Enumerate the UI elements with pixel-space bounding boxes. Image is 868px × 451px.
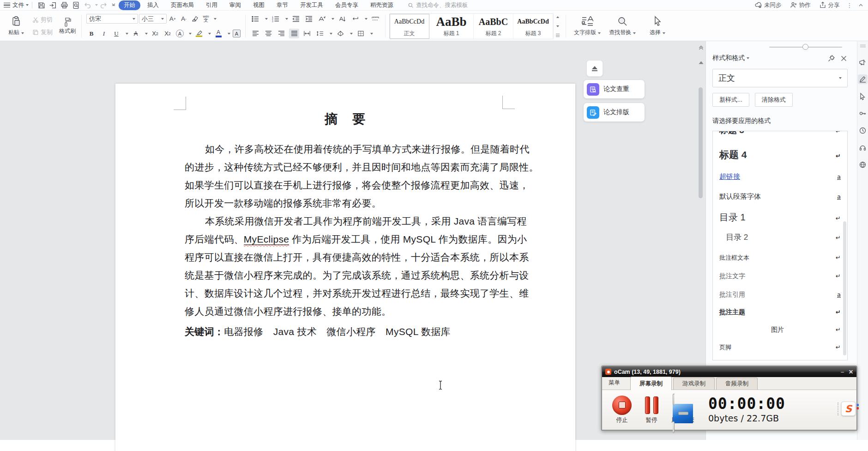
style-heading3[interactable]: AaBbCcDd 标题 3 bbox=[513, 14, 553, 39]
bullet-list-button[interactable] bbox=[250, 14, 260, 24]
save-icon[interactable] bbox=[37, 1, 45, 9]
format-painter-button[interactable]: 格式刷 bbox=[59, 27, 76, 35]
style-item-heading4[interactable]: 标题 4↵ bbox=[719, 148, 841, 161]
tab-references[interactable]: 引用 bbox=[201, 0, 223, 10]
style-item-balloon-text[interactable]: 批注框文本↵ bbox=[719, 254, 841, 262]
style-item-toc1[interactable]: 目录 1↵ bbox=[719, 211, 841, 224]
line-spacing-button[interactable] bbox=[315, 29, 325, 38]
pinyin-caret-icon[interactable] bbox=[214, 18, 217, 20]
panel-grip-icon[interactable] bbox=[860, 45, 866, 47]
ocam-tab-game-record[interactable]: 游戏录制 bbox=[673, 378, 715, 390]
quick-edit-icon[interactable] bbox=[858, 74, 868, 84]
current-style-select[interactable]: 正文 bbox=[712, 69, 848, 87]
sogou-ime-bar[interactable]: S bbox=[838, 402, 859, 416]
undo-icon[interactable] bbox=[84, 1, 91, 9]
ocam-minimize-button[interactable]: – bbox=[841, 369, 844, 375]
undo-caret-icon[interactable] bbox=[95, 4, 98, 6]
select-tool-icon[interactable] bbox=[859, 92, 867, 100]
pinyin-guide-button[interactable]: wén 文 bbox=[201, 14, 211, 24]
font-size-select[interactable]: 小三 bbox=[139, 14, 167, 24]
align-left-button[interactable] bbox=[250, 29, 260, 38]
subscript-button[interactable]: X2 bbox=[163, 29, 173, 38]
clear-format-button[interactable]: 清除格式 bbox=[755, 93, 793, 107]
ocam-menu[interactable]: 菜单 bbox=[609, 379, 620, 390]
shrink-font-button[interactable]: A- bbox=[179, 14, 189, 24]
paper-check-button[interactable]: 论文查重 bbox=[584, 80, 645, 98]
style-item-comment-text[interactable]: 批注文字↵ bbox=[719, 272, 841, 280]
gallery-down-icon[interactable] bbox=[555, 24, 561, 29]
text-direction-caret-icon[interactable] bbox=[332, 18, 334, 20]
numbered-list-button[interactable]: 123 bbox=[271, 14, 281, 24]
numbered-caret-icon[interactable] bbox=[285, 18, 288, 20]
justify-button[interactable] bbox=[289, 29, 299, 38]
previous-page-icon[interactable] bbox=[698, 45, 704, 50]
shading-caret-icon[interactable] bbox=[350, 33, 353, 35]
style-heading1[interactable]: AaBb 标题 1 bbox=[429, 14, 474, 39]
distribute-button[interactable] bbox=[302, 29, 312, 38]
gallery-more-icon[interactable] bbox=[555, 33, 561, 38]
highlight-button[interactable] bbox=[194, 29, 204, 38]
tab-membership[interactable]: 会员专享 bbox=[330, 0, 363, 10]
enclose-char-button[interactable]: A bbox=[176, 30, 184, 37]
document-page[interactable]: 摘 要 如今，许多高校还在使用着传统的手写填单方式来进行报修。但是随着时代 的进… bbox=[115, 84, 575, 451]
strikethrough-caret-icon[interactable] bbox=[145, 33, 148, 35]
command-search[interactable]: 查找命令、搜索模板 bbox=[408, 1, 468, 9]
collaborate-button[interactable]: 协作 bbox=[790, 1, 811, 9]
style-list-scrollbar-thumb[interactable] bbox=[843, 221, 846, 355]
tab-insert[interactable]: 插入 bbox=[142, 0, 164, 10]
style-item-footer[interactable]: 页脚↵ bbox=[719, 343, 841, 352]
paste-button[interactable]: 粘贴 bbox=[6, 16, 27, 37]
tab-view[interactable]: 视图 bbox=[248, 0, 270, 10]
grow-font-button[interactable]: A+ bbox=[168, 14, 178, 24]
gallery-up-icon[interactable] bbox=[555, 14, 561, 20]
redo-icon[interactable] bbox=[100, 1, 108, 9]
print-icon[interactable] bbox=[60, 1, 68, 9]
hamburger-icon[interactable] bbox=[4, 3, 10, 7]
sort-button[interactable] bbox=[337, 14, 347, 24]
line-spacing-caret-icon[interactable] bbox=[330, 33, 332, 35]
style-item-comment-subject[interactable]: 批注主题↵ bbox=[719, 308, 841, 317]
style-item-toc2[interactable]: 目录 2↵ bbox=[719, 232, 841, 243]
tab-settings-button[interactable] bbox=[370, 14, 380, 24]
pin-icon[interactable] bbox=[827, 55, 835, 62]
tab-review[interactable]: 审阅 bbox=[224, 0, 246, 10]
collapse-tools-button[interactable] bbox=[586, 60, 603, 77]
bold-button[interactable]: B bbox=[86, 29, 96, 38]
line-break-button[interactable] bbox=[350, 14, 360, 24]
tab-section[interactable]: 章节 bbox=[271, 0, 293, 10]
file-menu[interactable]: 文件 bbox=[12, 1, 24, 9]
style-item-heading3[interactable]: 标题 3↵ bbox=[719, 131, 841, 136]
decrease-indent-button[interactable] bbox=[291, 14, 301, 24]
tab-developer[interactable]: 开发工具 bbox=[295, 0, 328, 10]
align-right-button[interactable] bbox=[276, 29, 286, 38]
globe-icon[interactable] bbox=[859, 161, 867, 169]
ocam-titlebar[interactable]: oCam (13, 49, 1881, 979) – ✕ bbox=[602, 366, 856, 377]
font-name-select[interactable]: 仿宋 bbox=[86, 14, 138, 24]
enclose-caret-icon[interactable] bbox=[189, 33, 192, 35]
history-icon[interactable] bbox=[859, 127, 867, 134]
tab-page-layout[interactable]: 页面布局 bbox=[166, 0, 199, 10]
borders-caret-icon[interactable] bbox=[370, 33, 373, 35]
text-direction-button[interactable] bbox=[317, 14, 327, 24]
bullet-caret-icon[interactable] bbox=[265, 18, 268, 20]
new-style-button[interactable]: 新样式... bbox=[712, 93, 749, 107]
superscript-button[interactable]: X2 bbox=[150, 29, 160, 38]
key-icon[interactable] bbox=[859, 110, 867, 117]
customize-toolbar-icon[interactable] bbox=[111, 1, 116, 9]
share-button[interactable]: 分享 bbox=[819, 1, 840, 9]
underline-button[interactable]: U bbox=[111, 29, 121, 38]
underline-caret-icon[interactable] bbox=[126, 33, 128, 35]
style-item-default-font[interactable]: 默认段落字体a bbox=[719, 192, 841, 201]
strikethrough-button[interactable]: A bbox=[131, 29, 141, 38]
tab-home[interactable]: 开始 bbox=[119, 0, 140, 10]
tab-docer[interactable]: 稻壳资源 bbox=[365, 0, 398, 10]
clear-format-icon[interactable] bbox=[190, 14, 200, 24]
font-color-button[interactable]: A bbox=[213, 29, 223, 38]
style-item-comment-reference[interactable]: 批注引用a bbox=[719, 291, 841, 299]
style-item-picture[interactable]: 图片↵ bbox=[719, 326, 841, 334]
copy-button[interactable]: 复制 bbox=[31, 28, 54, 37]
file-caret-icon[interactable] bbox=[26, 4, 29, 6]
scrollbar-thumb[interactable] bbox=[699, 87, 703, 198]
style-heading2[interactable]: AaBbC 标题 2 bbox=[474, 14, 513, 39]
cut-button[interactable]: 剪切 bbox=[31, 15, 54, 25]
